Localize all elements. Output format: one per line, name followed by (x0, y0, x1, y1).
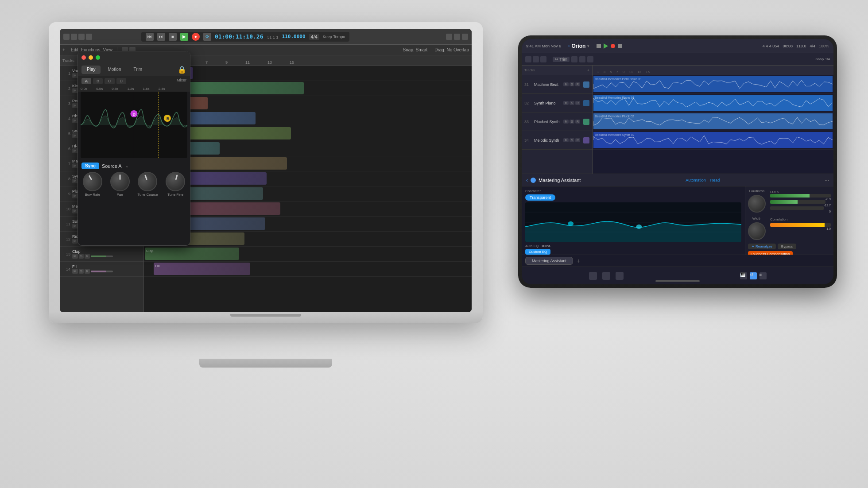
ipad-piano-view-btn[interactable] (540, 56, 546, 62)
minimize-button-icon[interactable] (89, 55, 93, 60)
ipad-grid-view-btn[interactable] (525, 56, 531, 62)
mute-btn-8[interactable]: M (72, 178, 78, 183)
sub-tab-a[interactable]: A (81, 78, 91, 84)
tune-fine-knob[interactable] (163, 170, 187, 194)
ipad-loop-icon[interactable]: ↺ (750, 272, 757, 279)
loudness-knob[interactable] (748, 195, 766, 213)
solo-btn-13[interactable]: S (79, 254, 84, 259)
toolbar-right-icon-2[interactable] (454, 34, 460, 40)
toolbar-right-icon-3[interactable] (462, 34, 468, 40)
stop-button[interactable]: ■ (169, 33, 177, 41)
sub-tab-d[interactable]: D (116, 78, 127, 84)
mute-btn-13[interactable]: M (72, 254, 78, 259)
ipad-tool-icon-3[interactable] (587, 56, 593, 62)
ipad-rec-33[interactable]: R (575, 120, 580, 124)
edit-menu[interactable]: Edit (71, 47, 78, 52)
mute-btn-1[interactable]: M (72, 73, 78, 78)
ipad-solo-31[interactable]: S (570, 82, 574, 86)
ipad-bottom-icon-3[interactable] (616, 272, 624, 280)
clip-14-1[interactable]: Fill (154, 263, 250, 275)
ipad-clip-0[interactable]: Beautiful Memories Percussion 01 (593, 76, 833, 92)
sub-tab-c[interactable]: C (105, 78, 115, 84)
ipad-mute-33[interactable]: M (563, 120, 569, 124)
ipad-piano-icon[interactable]: 🎹 (740, 272, 747, 279)
ipad-record-btn[interactable] (611, 44, 615, 48)
tab-play[interactable]: Play (81, 66, 101, 74)
ipad-rec-34[interactable]: R (575, 138, 580, 142)
ipad-mixer-icon[interactable]: ≡ (760, 272, 767, 279)
mastering-assistant-button[interactable]: Mastering Assistant (525, 257, 573, 265)
ipad-solo-32[interactable]: S (570, 101, 574, 105)
record-btn-14[interactable]: R (85, 269, 90, 274)
bypass-button[interactable]: Bypass (778, 244, 796, 249)
ipad-stop-btn[interactable] (597, 44, 601, 48)
toolbar-icon-3[interactable] (78, 34, 85, 40)
ipad-mute-31[interactable]: M (563, 82, 569, 86)
ipad-list-view-btn[interactable] (533, 56, 539, 62)
width-knob[interactable] (748, 222, 766, 240)
mute-btn-12[interactable]: M (72, 239, 78, 244)
toolbar-icon-4[interactable] (86, 34, 92, 40)
ipad-rec-31[interactable]: R (575, 82, 580, 86)
mute-btn-4[interactable]: M (72, 118, 78, 123)
ipad-bottom-icon-1[interactable] (589, 272, 597, 280)
cycle-button[interactable]: ⟳ (203, 33, 211, 41)
mute-btn-5[interactable]: M (72, 133, 78, 138)
tab-motion[interactable]: Motion (102, 66, 126, 74)
ipad-cycle-btn[interactable] (618, 44, 622, 48)
record-btn-13[interactable]: R (85, 254, 90, 259)
mastering-power-icon[interactable] (531, 178, 536, 183)
mute-btn-10[interactable]: M (72, 209, 78, 213)
ipad-clip-1[interactable]: Beautiful Memories Piano 01 (593, 95, 833, 111)
mastering-more-btn[interactable]: ··· (825, 177, 829, 183)
toolbar-icon-2[interactable] (71, 34, 77, 40)
add-track-button[interactable]: + (62, 47, 65, 52)
bow-rate-knob[interactable] (79, 168, 106, 195)
mastering-back-btn[interactable]: ‹ (526, 177, 528, 183)
trim-label[interactable]: ✂ Trim (553, 57, 570, 62)
toolbar-right-icon-1[interactable] (446, 34, 452, 40)
toolbar-icon-1[interactable] (63, 34, 70, 40)
ipad-add-track[interactable]: + (587, 68, 589, 73)
ipad-mute-34[interactable]: M (563, 138, 569, 142)
mute-btn-2[interactable]: M (72, 88, 78, 93)
clip-13-1[interactable]: Clap (145, 248, 239, 260)
add-plugin-button[interactable]: + (577, 257, 580, 264)
mute-btn-3[interactable]: M (72, 103, 78, 108)
loudness-compensation-button[interactable]: Loudness Compensation (748, 251, 793, 255)
mute-btn-7[interactable]: M (72, 163, 78, 168)
tab-trim[interactable]: Trim (128, 66, 147, 74)
ipad-tool-icon-2[interactable] (579, 56, 585, 62)
mute-btn-11[interactable]: M (72, 224, 78, 229)
record-button[interactable]: ● (192, 33, 200, 41)
sync-button[interactable]: Sync (81, 163, 99, 169)
ipad-clip-2[interactable]: Beautiful Memories Pluck 02 (593, 113, 833, 129)
maximize-button-icon[interactable] (96, 55, 100, 60)
ipad-clip-3[interactable]: Beautiful Memories Synth 02 (593, 132, 833, 148)
ipad-rec-32[interactable]: R (575, 101, 580, 105)
reanalyze-button[interactable]: ✦ Reanalyze (748, 244, 776, 249)
mute-btn-14[interactable]: M (72, 269, 78, 274)
ipad-tool-icon-1[interactable] (571, 56, 577, 62)
ipad-mute-32[interactable]: M (563, 101, 569, 105)
solo-btn-14[interactable]: S (79, 269, 84, 274)
mute-btn-9[interactable]: M (72, 194, 78, 198)
pan-knob[interactable] (110, 172, 130, 191)
mute-btn-6[interactable]: M (72, 148, 78, 153)
ipad-solo-34[interactable]: S (570, 138, 574, 142)
source-arrow[interactable]: ⌄ (125, 164, 129, 168)
back-button[interactable]: ‹ (568, 43, 570, 48)
project-arrow[interactable]: ▾ (587, 44, 589, 48)
tune-coarse-knob[interactable] (135, 169, 160, 194)
character-dropdown[interactable]: Transparent (525, 194, 555, 201)
ipad-solo-33[interactable]: S (570, 120, 574, 124)
ipad-play-btn[interactable] (604, 43, 608, 49)
play-button[interactable]: ▶ (180, 33, 188, 41)
custom-eq-button[interactable]: Custom EQ (525, 249, 550, 255)
fast-forward-button[interactable]: ⏭ (157, 33, 165, 41)
sub-tab-b[interactable]: B (93, 78, 103, 84)
rewind-button[interactable]: ⏮ (146, 33, 154, 41)
ipad-bottom-icon-2[interactable] (602, 272, 610, 280)
ipad-home-indicator[interactable] (655, 280, 700, 282)
close-button-icon[interactable] (81, 55, 86, 60)
